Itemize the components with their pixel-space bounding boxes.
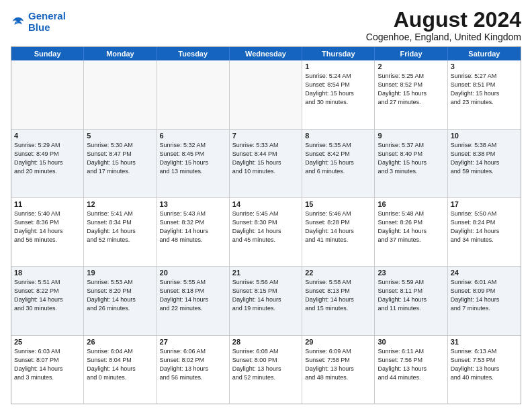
calendar-week-4: 18Sunrise: 5:51 AM Sunset: 8:22 PM Dayli… <box>11 267 521 335</box>
day-number: 30 <box>378 338 444 346</box>
calendar-day-6: 6Sunrise: 5:32 AM Sunset: 8:45 PM Daylig… <box>157 130 230 197</box>
day-number: 27 <box>160 338 226 346</box>
day-info: Sunrise: 5:30 AM Sunset: 8:47 PM Dayligh… <box>87 141 153 176</box>
calendar-day-empty <box>157 60 230 128</box>
calendar-day-empty <box>84 60 157 128</box>
calendar-day-30: 30Sunrise: 6:11 AM Sunset: 7:56 PM Dayli… <box>375 336 447 404</box>
day-info: Sunrise: 6:06 AM Sunset: 8:02 PM Dayligh… <box>160 347 226 382</box>
calendar-week-3: 11Sunrise: 5:40 AM Sunset: 8:36 PM Dayli… <box>11 198 521 267</box>
title-block: August 2024 Cogenhoe, England, United Ki… <box>366 8 521 42</box>
day-number: 9 <box>378 132 444 140</box>
day-number: 19 <box>87 269 153 277</box>
calendar-header-friday: Friday <box>375 47 447 60</box>
calendar-day-16: 16Sunrise: 5:48 AM Sunset: 8:26 PM Dayli… <box>375 198 447 266</box>
calendar-day-7: 7Sunrise: 5:33 AM Sunset: 8:44 PM Daylig… <box>230 130 302 197</box>
day-info: Sunrise: 5:37 AM Sunset: 8:40 PM Dayligh… <box>378 141 444 176</box>
day-number: 22 <box>305 269 371 277</box>
day-number: 5 <box>87 132 153 140</box>
calendar-day-27: 27Sunrise: 6:06 AM Sunset: 8:02 PM Dayli… <box>157 336 230 404</box>
day-info: Sunrise: 5:56 AM Sunset: 8:15 PM Dayligh… <box>232 278 299 313</box>
day-number: 29 <box>305 338 371 346</box>
day-info: Sunrise: 6:01 AM Sunset: 8:09 PM Dayligh… <box>451 278 518 313</box>
calendar-day-19: 19Sunrise: 5:53 AM Sunset: 8:20 PM Dayli… <box>84 267 157 334</box>
day-info: Sunrise: 5:41 AM Sunset: 8:34 PM Dayligh… <box>87 210 153 244</box>
logo: General Blue <box>11 11 66 33</box>
calendar-day-empty <box>230 60 302 128</box>
day-number: 3 <box>451 62 518 71</box>
calendar-header-monday: Monday <box>84 47 157 60</box>
day-info: Sunrise: 5:24 AM Sunset: 8:54 PM Dayligh… <box>305 72 371 107</box>
calendar-day-1: 1Sunrise: 5:24 AM Sunset: 8:54 PM Daylig… <box>302 60 375 128</box>
calendar-header-sunday: Sunday <box>11 47 84 60</box>
calendar-day-28: 28Sunrise: 6:08 AM Sunset: 8:00 PM Dayli… <box>230 336 302 404</box>
day-info: Sunrise: 5:35 AM Sunset: 8:42 PM Dayligh… <box>305 141 371 176</box>
calendar-header-wednesday: Wednesday <box>230 47 302 60</box>
calendar-header-thursday: Thursday <box>302 47 375 60</box>
calendar-header-saturday: Saturday <box>448 47 521 60</box>
day-info: Sunrise: 5:32 AM Sunset: 8:45 PM Dayligh… <box>160 141 226 176</box>
calendar-day-9: 9Sunrise: 5:37 AM Sunset: 8:40 PM Daylig… <box>375 130 447 197</box>
day-number: 20 <box>160 269 226 277</box>
day-number: 15 <box>305 200 371 208</box>
day-info: Sunrise: 5:46 AM Sunset: 8:28 PM Dayligh… <box>305 210 371 244</box>
day-info: Sunrise: 5:25 AM Sunset: 8:52 PM Dayligh… <box>378 72 444 107</box>
calendar-week-1: 1Sunrise: 5:24 AM Sunset: 8:54 PM Daylig… <box>11 60 521 129</box>
day-number: 1 <box>305 62 371 71</box>
calendar-week-5: 25Sunrise: 6:03 AM Sunset: 8:07 PM Dayli… <box>11 336 521 404</box>
day-info: Sunrise: 5:29 AM Sunset: 8:49 PM Dayligh… <box>14 141 81 176</box>
calendar-day-empty <box>11 60 84 128</box>
day-info: Sunrise: 6:09 AM Sunset: 7:58 PM Dayligh… <box>305 347 371 382</box>
day-info: Sunrise: 5:59 AM Sunset: 8:11 PM Dayligh… <box>378 278 444 313</box>
calendar-title: August 2024 <box>366 8 521 32</box>
calendar-body: 1Sunrise: 5:24 AM Sunset: 8:54 PM Daylig… <box>11 60 521 404</box>
day-number: 4 <box>14 132 81 140</box>
day-number: 13 <box>160 200 226 208</box>
day-number: 23 <box>378 269 444 277</box>
calendar-day-26: 26Sunrise: 6:04 AM Sunset: 8:04 PM Dayli… <box>84 336 157 404</box>
calendar-day-17: 17Sunrise: 5:50 AM Sunset: 8:24 PM Dayli… <box>448 198 521 266</box>
calendar-subtitle: Cogenhoe, England, United Kingdom <box>366 32 521 42</box>
day-number: 14 <box>232 200 299 208</box>
calendar-day-20: 20Sunrise: 5:55 AM Sunset: 8:18 PM Dayli… <box>157 267 230 334</box>
calendar-day-5: 5Sunrise: 5:30 AM Sunset: 8:47 PM Daylig… <box>84 130 157 197</box>
calendar-day-23: 23Sunrise: 5:59 AM Sunset: 8:11 PM Dayli… <box>375 267 447 334</box>
calendar-day-8: 8Sunrise: 5:35 AM Sunset: 8:42 PM Daylig… <box>302 130 375 197</box>
calendar-day-12: 12Sunrise: 5:41 AM Sunset: 8:34 PM Dayli… <box>84 198 157 266</box>
day-number: 6 <box>160 132 226 140</box>
day-info: Sunrise: 5:33 AM Sunset: 8:44 PM Dayligh… <box>232 141 299 176</box>
day-info: Sunrise: 5:43 AM Sunset: 8:32 PM Dayligh… <box>160 210 226 244</box>
day-info: Sunrise: 6:04 AM Sunset: 8:04 PM Dayligh… <box>87 347 153 382</box>
day-number: 31 <box>451 338 518 346</box>
calendar: SundayMondayTuesdayWednesdayThursdayFrid… <box>11 46 521 404</box>
header: General Blue August 2024 Cogenhoe, Engla… <box>11 8 521 42</box>
day-number: 8 <box>305 132 371 140</box>
day-info: Sunrise: 5:58 AM Sunset: 8:13 PM Dayligh… <box>305 278 371 313</box>
calendar-day-21: 21Sunrise: 5:56 AM Sunset: 8:15 PM Dayli… <box>230 267 302 334</box>
calendar-day-15: 15Sunrise: 5:46 AM Sunset: 8:28 PM Dayli… <box>302 198 375 266</box>
calendar-day-29: 29Sunrise: 6:09 AM Sunset: 7:58 PM Dayli… <box>302 336 375 404</box>
logo-icon <box>11 15 26 30</box>
day-number: 2 <box>378 62 444 71</box>
day-number: 28 <box>232 338 299 346</box>
day-info: Sunrise: 5:27 AM Sunset: 8:51 PM Dayligh… <box>451 72 518 107</box>
day-info: Sunrise: 5:40 AM Sunset: 8:36 PM Dayligh… <box>14 210 81 244</box>
day-info: Sunrise: 6:11 AM Sunset: 7:56 PM Dayligh… <box>378 347 444 382</box>
day-info: Sunrise: 5:38 AM Sunset: 8:38 PM Dayligh… <box>451 141 518 176</box>
day-number: 16 <box>378 200 444 208</box>
day-info: Sunrise: 5:53 AM Sunset: 8:20 PM Dayligh… <box>87 278 153 313</box>
calendar-day-4: 4Sunrise: 5:29 AM Sunset: 8:49 PM Daylig… <box>11 130 84 197</box>
day-info: Sunrise: 5:51 AM Sunset: 8:22 PM Dayligh… <box>14 278 81 313</box>
calendar-day-11: 11Sunrise: 5:40 AM Sunset: 8:36 PM Dayli… <box>11 198 84 266</box>
day-number: 17 <box>451 200 518 208</box>
calendar-day-24: 24Sunrise: 6:01 AM Sunset: 8:09 PM Dayli… <box>448 267 521 334</box>
calendar-day-31: 31Sunrise: 6:13 AM Sunset: 7:53 PM Dayli… <box>448 336 521 404</box>
calendar-header-tuesday: Tuesday <box>157 47 230 60</box>
page: General Blue August 2024 Cogenhoe, Engla… <box>0 0 532 411</box>
calendar-day-3: 3Sunrise: 5:27 AM Sunset: 8:51 PM Daylig… <box>448 60 521 128</box>
calendar-day-13: 13Sunrise: 5:43 AM Sunset: 8:32 PM Dayli… <box>157 198 230 266</box>
day-number: 24 <box>451 269 518 277</box>
calendar-week-2: 4Sunrise: 5:29 AM Sunset: 8:49 PM Daylig… <box>11 130 521 198</box>
day-info: Sunrise: 6:13 AM Sunset: 7:53 PM Dayligh… <box>451 347 518 382</box>
day-info: Sunrise: 5:48 AM Sunset: 8:26 PM Dayligh… <box>378 210 444 244</box>
calendar-header-row: SundayMondayTuesdayWednesdayThursdayFrid… <box>11 47 521 60</box>
